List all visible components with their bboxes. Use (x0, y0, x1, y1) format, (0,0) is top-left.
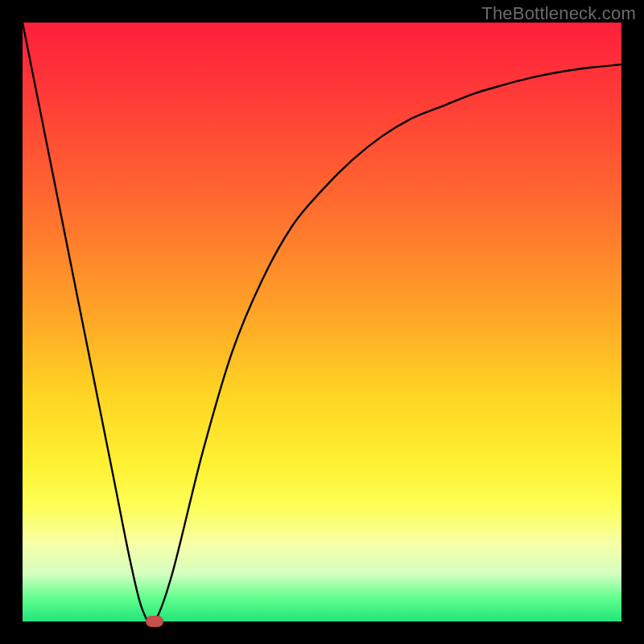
chart-frame: TheBottleneck.com (0, 0, 644, 644)
optimal-marker (146, 616, 163, 627)
watermark-text: TheBottleneck.com (481, 3, 636, 24)
bottleneck-curve (23, 23, 621, 621)
plot-area (23, 23, 621, 621)
